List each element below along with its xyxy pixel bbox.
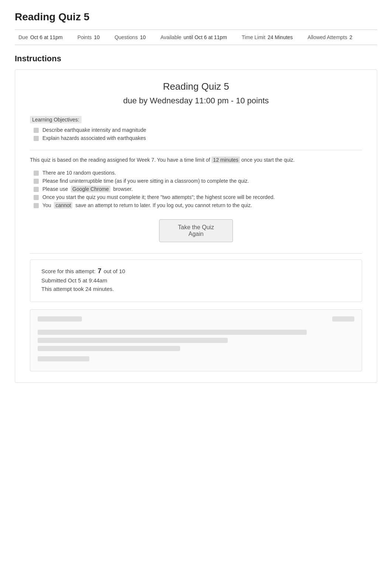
meta-questions: Questions 10 [114, 34, 146, 40]
objectives-list: Describe earthquake intensity and magnit… [30, 127, 362, 141]
questions-value: 10 [140, 34, 146, 40]
meta-available: Available until Oct 6 at 11pm [161, 34, 227, 40]
bullet-text-1: There are 10 random questions. [42, 170, 116, 176]
bullet-icon-b3 [34, 187, 39, 192]
meta-points: Points 10 [78, 34, 100, 40]
intro-highlight: 12 minutes [212, 157, 240, 163]
bullet-icon-b5 [34, 203, 39, 208]
take-quiz-again-button[interactable]: Take the Quiz Again [159, 219, 233, 242]
bullet-items-section: There are 10 random questions. Please fi… [30, 170, 362, 208]
instructions-due-subtitle: due by Wednesday 11:00 pm - 10 points [30, 96, 362, 106]
bullet-item-4: Once you start the quiz you must complet… [34, 194, 362, 200]
blurred-text-line-3 [38, 346, 180, 351]
score-label: Score for this attempt: [41, 268, 96, 274]
available-value: until Oct 6 at 11pm [183, 34, 227, 40]
allowed-attempts-value: 2 [350, 34, 353, 40]
divider-1 [30, 150, 362, 150]
blurred-text-line-2 [38, 338, 228, 343]
submitted-line: Submitted Oct 5 at 9:44am [41, 277, 351, 284]
objective-text-2: Explain hazards associated with earthqua… [42, 135, 146, 141]
bullet-item-2: Please find uninterruptible time (as if … [34, 178, 362, 184]
meta-time-limit: Time Limit 24 Minutes [242, 34, 293, 40]
meta-allowed-attempts: Allowed Attempts 2 [307, 34, 352, 40]
objective-item-2: Explain hazards associated with earthqua… [34, 135, 362, 141]
instructions-quiz-title: Reading Quiz 5 [30, 81, 362, 92]
score-section: Score for this attempt: 7 out of 10 Subm… [30, 260, 362, 302]
bullet-icon-2 [34, 136, 39, 141]
instructions-box: Reading Quiz 5 due by Wednesday 11:00 pm… [15, 69, 377, 383]
time-limit-value: 24 Minutes [268, 34, 293, 40]
learning-objectives-label: Learning Objectives: [30, 116, 82, 123]
intro-paragraph: This quiz is based on the reading assign… [30, 156, 362, 164]
bullet-item-5: You cannot save an attempt to return to … [34, 202, 362, 208]
bullet-item-3: Please use Google Chrome browser. [34, 186, 362, 192]
points-label: Points [78, 34, 92, 40]
objective-item-1: Describe earthquake intensity and magnit… [34, 127, 362, 133]
blurred-text-line-1 [38, 330, 307, 335]
blurred-answer-bar [38, 356, 89, 361]
instructions-section-title: Instructions [15, 54, 377, 63]
page-title: Reading Quiz 5 [15, 11, 377, 23]
instruction-bullets: There are 10 random questions. Please fi… [30, 170, 362, 208]
questions-label: Questions [114, 34, 138, 40]
blurred-header-row [38, 316, 354, 324]
blurred-score-badge [332, 316, 354, 322]
bullet-text-4: Once you start the quiz you must complet… [42, 194, 275, 200]
available-label: Available [161, 34, 182, 40]
objective-text-1: Describe earthquake intensity and magnit… [42, 127, 146, 133]
due-label: Due [18, 34, 28, 40]
allowed-attempts-label: Allowed Attempts [307, 34, 347, 40]
bullet-text-5: You cannot save an attempt to return to … [42, 202, 252, 208]
bullet-icon-1 [34, 128, 39, 133]
intro-text-part2: once you start the quiz. [241, 157, 295, 163]
points-value: 10 [94, 34, 100, 40]
blurred-question-number [38, 316, 82, 322]
score-line: Score for this attempt: 7 out of 10 [41, 267, 351, 275]
bullet-text-2: Please find uninterruptible time (as if … [42, 178, 249, 184]
meta-due: Due Oct 6 at 11pm [18, 34, 63, 40]
blurred-question-preview [30, 309, 362, 371]
intro-text-part1: This quiz is based on the reading assign… [30, 157, 210, 163]
bullet-icon-b1 [34, 171, 39, 176]
due-value: Oct 6 at 11pm [30, 34, 63, 40]
divider-2 [30, 253, 362, 254]
bullet-text-3: Please use Google Chrome browser. [42, 186, 133, 192]
bullet-icon-b4 [34, 195, 39, 200]
duration-line: This attempt took 24 minutes. [41, 286, 351, 292]
quiz-meta: Due Oct 6 at 11pm Points 10 Questions 10… [15, 30, 377, 45]
bullet-item-1: There are 10 random questions. [34, 170, 362, 176]
time-limit-label: Time Limit [242, 34, 265, 40]
score-out-of: out of 10 [104, 268, 125, 274]
score-value: 7 [98, 267, 102, 275]
bullet-icon-b2 [34, 179, 39, 184]
